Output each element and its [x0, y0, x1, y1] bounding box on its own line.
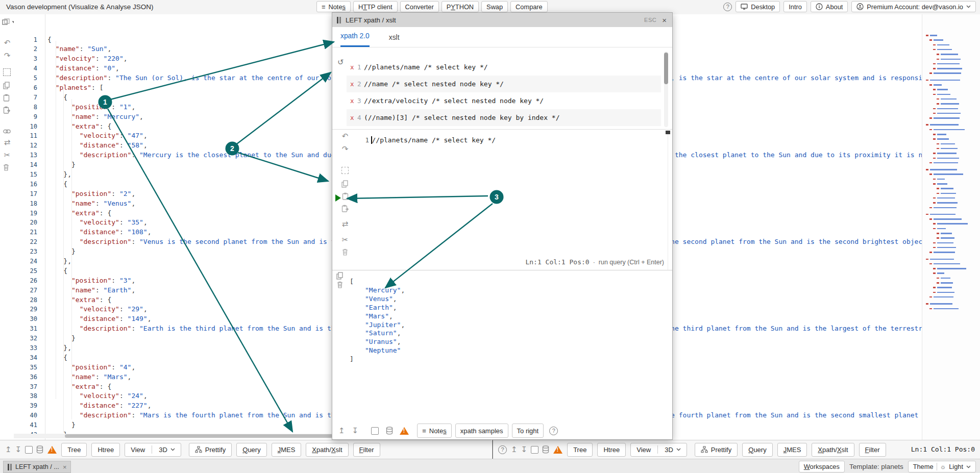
- premium-account-button[interactable]: Premium Account: dev@vason.io: [851, 1, 976, 12]
- samples-scrollbar[interactable]: [664, 52, 668, 127]
- filter-button[interactable]: Filter: [859, 443, 886, 457]
- download-icon[interactable]: ↧: [15, 445, 22, 454]
- document-minimap[interactable]: [922, 14, 980, 440]
- undo-icon[interactable]: ↶: [341, 132, 349, 140]
- swap-lines-icon[interactable]: ⇄: [3, 138, 11, 146]
- remove-sample-icon[interactable]: x: [350, 80, 357, 88]
- workspaces-button[interactable]: Workspaces: [799, 461, 845, 472]
- htree-button[interactable]: Htree: [91, 443, 120, 457]
- paste-replace-icon[interactable]: [341, 205, 349, 212]
- remove-sample-icon[interactable]: x: [350, 114, 357, 121]
- intro-button[interactable]: Intro: [783, 1, 807, 12]
- sample-query-text[interactable]: //extra/velocity /* select nested node k…: [364, 97, 544, 105]
- samples-scrollbar-thumb[interactable]: [664, 53, 668, 84]
- sample-query-text[interactable]: //name /* select nested node key */: [364, 80, 504, 88]
- redo-icon[interactable]: ↷: [3, 52, 11, 60]
- help-icon[interactable]: ?: [498, 445, 507, 454]
- tab-close-icon[interactable]: ×: [63, 463, 67, 471]
- query-text[interactable]: //planets/name /* select key */: [372, 135, 496, 145]
- xpath-samples-button[interactable]: xpath samples: [455, 424, 508, 438]
- sample-query-row[interactable]: x3//extra/velocity /* select nested node…: [347, 92, 661, 109]
- paste-icon[interactable]: [342, 192, 349, 200]
- database-icon[interactable]: [36, 445, 43, 454]
- live-checkbox[interactable]: [531, 446, 538, 454]
- panels-icon[interactable]: [2, 18, 10, 26]
- xpath-xslt-button[interactable]: Xpath/Xslt: [306, 443, 348, 457]
- notes-button[interactable]: ≡ Notes: [417, 424, 452, 438]
- converter-button[interactable]: Converter: [400, 1, 439, 12]
- tree-button[interactable]: Tree: [567, 443, 593, 457]
- drag-handle-icon[interactable]: [337, 17, 341, 23]
- database-icon[interactable]: [542, 445, 549, 454]
- tree-button[interactable]: Tree: [61, 443, 87, 457]
- close-icon[interactable]: ×: [661, 16, 668, 24]
- history-icon[interactable]: ↺: [337, 58, 344, 67]
- remove-sample-icon[interactable]: x: [350, 97, 357, 105]
- notes-button[interactable]: ≡Notes: [316, 1, 351, 12]
- live-checkbox[interactable]: [25, 446, 33, 454]
- paste-replace-icon[interactable]: [3, 106, 11, 114]
- copy-icon[interactable]: [341, 180, 349, 188]
- sample-query-text[interactable]: (//name)[3] /* select nested node key by…: [364, 114, 560, 121]
- run-query-button[interactable]: [335, 194, 341, 202]
- about-button[interactable]: About: [811, 1, 848, 12]
- cut-icon[interactable]: ✂: [341, 236, 349, 244]
- sample-query-row[interactable]: x4(//name)[3] /* select nested node key …: [347, 109, 661, 126]
- tab-xpath[interactable]: xpath 2.0: [340, 32, 370, 47]
- warning-icon[interactable]: [400, 427, 409, 435]
- paste-icon[interactable]: [3, 94, 11, 102]
- compare-button[interactable]: Compare: [510, 1, 548, 12]
- jmes-button[interactable]: JMES: [777, 443, 807, 457]
- copy-icon[interactable]: [336, 272, 344, 280]
- http-client-button[interactable]: HTTP client: [353, 1, 398, 12]
- delete-icon[interactable]: [342, 248, 348, 256]
- undo-icon[interactable]: ↶: [3, 39, 11, 47]
- jmes-button[interactable]: JMES: [272, 443, 302, 457]
- horizontal-scrollbar-thumb[interactable]: [65, 434, 333, 438]
- upload-icon[interactable]: ↥: [511, 445, 518, 454]
- htree-button[interactable]: Htree: [597, 443, 626, 457]
- desktop-button[interactable]: Desktop: [736, 1, 780, 12]
- delete-icon[interactable]: [337, 281, 343, 288]
- remove-sample-icon[interactable]: x: [350, 63, 357, 71]
- query-button[interactable]: Query: [236, 443, 266, 457]
- wrap-icon[interactable]: ⇄: [341, 220, 349, 228]
- filter-button[interactable]: Filter: [353, 443, 380, 457]
- upload-icon[interactable]: ↥: [5, 445, 12, 454]
- to-right-button[interactable]: To right: [512, 424, 544, 438]
- sample-query-text[interactable]: //planets/name /* select key */: [364, 63, 488, 71]
- select-region-icon[interactable]: [3, 68, 11, 76]
- python-button[interactable]: PYTHON: [442, 1, 479, 12]
- help-icon[interactable]: ?: [723, 3, 732, 11]
- database-icon[interactable]: [386, 427, 393, 435]
- swap-button[interactable]: Swap: [481, 1, 508, 12]
- redo-icon[interactable]: ↷: [341, 145, 349, 153]
- warning-icon[interactable]: [47, 446, 57, 454]
- upload-icon[interactable]: ↥: [338, 426, 345, 435]
- download-icon[interactable]: ↧: [352, 426, 359, 435]
- theme-button[interactable]: Theme ☼ Light: [908, 461, 976, 472]
- prettify-button[interactable]: Prettify: [189, 443, 232, 457]
- delete-icon[interactable]: [3, 164, 11, 171]
- option-checkbox[interactable]: [371, 427, 379, 435]
- warning-icon[interactable]: [553, 446, 562, 454]
- tab-xslt[interactable]: xslt: [389, 34, 400, 47]
- view-3d-button[interactable]: View3D: [125, 443, 181, 457]
- download-icon[interactable]: ↧: [521, 445, 528, 454]
- query-button[interactable]: Query: [742, 443, 772, 457]
- prettify-button[interactable]: Prettify: [695, 443, 738, 457]
- cut-icon[interactable]: ✂: [3, 151, 11, 159]
- sample-query-row[interactable]: x1//planets/name /* select key */: [347, 59, 661, 76]
- query-scrollbar-thumb[interactable]: [666, 131, 670, 134]
- link-icon[interactable]: [3, 129, 11, 134]
- copy-icon[interactable]: [3, 82, 11, 89]
- select-region-icon[interactable]: [341, 167, 349, 174]
- help-icon[interactable]: ?: [549, 427, 558, 435]
- query-input-line[interactable]: 1 //planets/name /* select key */: [351, 135, 496, 145]
- result-item: "Mars",: [350, 312, 405, 321]
- sample-query-row[interactable]: x2//name /* select nested node key */: [347, 76, 661, 92]
- taskbar-tab-xpath[interactable]: LEFT xpath / ... ×: [3, 461, 71, 473]
- dialog-header[interactable]: LEFT xpath / xslt ESC ×: [332, 13, 672, 27]
- xpath-xslt-button[interactable]: Xpath/Xslt: [812, 443, 854, 457]
- view-3d-button[interactable]: View3D: [630, 443, 687, 457]
